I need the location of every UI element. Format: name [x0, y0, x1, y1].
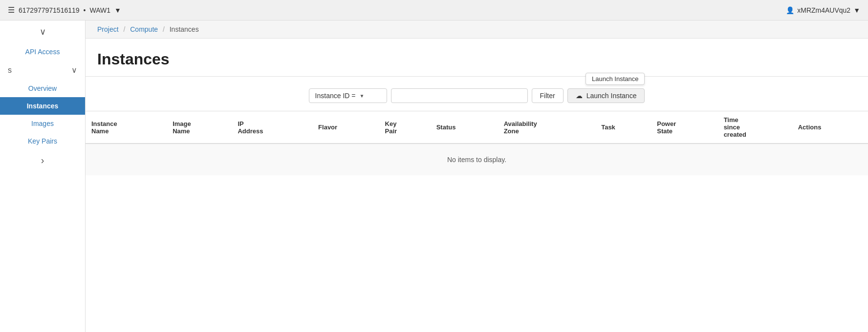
sidebar-item-overview[interactable]: Overview	[0, 80, 85, 97]
table-header: InstanceName ImageName IPAddress Flavor …	[86, 111, 868, 144]
col-availability-zone: AvailabilityZone	[498, 111, 596, 144]
breadcrumb-sep-1: /	[123, 25, 125, 33]
col-power-state: PowerState	[651, 111, 717, 144]
col-task: Task	[595, 111, 651, 144]
launch-instance-button[interactable]: ☁ Launch Instance	[567, 88, 645, 103]
col-actions: Actions	[792, 111, 868, 144]
page-title: Instances	[97, 50, 856, 68]
network-toggle-icon: ∨	[71, 65, 77, 75]
region-label: WAW1	[89, 6, 110, 14]
sidebar-item-images[interactable]: Images	[0, 115, 85, 132]
sidebar: ∨ API Access s ∨ Overview Instances Imag…	[0, 21, 86, 332]
breadcrumb: Project / Compute / Instances	[86, 21, 868, 39]
sidebar-item-api-access[interactable]: API Access	[0, 43, 85, 61]
sidebar-expand-btn[interactable]: ›	[0, 150, 85, 171]
instance-id-label: Instance ID =	[315, 92, 356, 100]
topbar-right: 👤 xMRZm4AUVqu2 ▼	[786, 6, 860, 14]
user-icon: 👤	[786, 6, 794, 14]
menu-icon: ☰	[8, 5, 15, 15]
col-flavor: Flavor	[312, 111, 379, 144]
sidebar-item-instances[interactable]: Instances	[0, 97, 85, 115]
username-label: xMRZm4AUVqu2	[797, 6, 850, 14]
network-partial-label: s	[8, 66, 12, 75]
dropdown-arrow-icon: ▼	[359, 93, 364, 99]
page-header: Instances	[86, 39, 868, 76]
sidebar-network-toggle[interactable]: s ∨	[0, 61, 85, 80]
region-dropdown-icon[interactable]: ▼	[114, 6, 121, 14]
launch-instance-tooltip: Launch Instance	[586, 73, 645, 85]
table-body: No items to display.	[86, 144, 868, 175]
col-instance-name: InstanceName	[86, 111, 167, 144]
expand-icon: ›	[41, 155, 44, 166]
instances-table: InstanceName ImageName IPAddress Flavor …	[86, 111, 868, 175]
table-empty-row: No items to display.	[86, 144, 868, 175]
col-key-pair: KeyPair	[379, 111, 431, 144]
breadcrumb-current: Instances	[170, 25, 199, 33]
filter-bar: Instance ID = ▼ Filter Launch Instance ☁…	[86, 84, 868, 111]
table-header-row: InstanceName ImageName IPAddress Flavor …	[86, 111, 868, 144]
project-id: 6172977971516119	[19, 6, 80, 14]
main-content: Project / Compute / Instances Instances …	[86, 21, 868, 332]
col-time-since-created: Timesincecreated	[718, 111, 792, 144]
header-divider	[86, 76, 868, 77]
sidebar-collapse-toggle[interactable]: ∨	[0, 21, 85, 43]
topbar-dot: •	[84, 6, 86, 14]
breadcrumb-sep-2: /	[163, 25, 165, 33]
filter-input[interactable]	[391, 88, 528, 103]
collapse-icon: ∨	[40, 26, 46, 37]
instance-id-dropdown[interactable]: Instance ID = ▼	[309, 88, 387, 103]
breadcrumb-project[interactable]: Project	[97, 25, 119, 33]
col-status: Status	[431, 111, 498, 144]
col-image-name: ImageName	[167, 111, 232, 144]
col-ip-address: IPAddress	[232, 111, 312, 144]
empty-message: No items to display.	[86, 144, 868, 175]
topbar: ☰ 6172977971516119 • WAW1 ▼ 👤 xMRZm4AUVq…	[0, 0, 868, 21]
user-dropdown-icon[interactable]: ▼	[853, 6, 860, 14]
instances-table-container: InstanceName ImageName IPAddress Flavor …	[86, 111, 868, 175]
topbar-left: ☰ 6172977971516119 • WAW1 ▼	[8, 5, 121, 15]
sidebar-item-keypairs[interactable]: Key Pairs	[0, 132, 85, 150]
filter-button[interactable]: Filter	[532, 88, 564, 103]
cloud-icon: ☁	[576, 92, 583, 100]
launch-instance-container: Launch Instance ☁ Launch Instance	[567, 88, 645, 103]
breadcrumb-compute[interactable]: Compute	[130, 25, 158, 33]
